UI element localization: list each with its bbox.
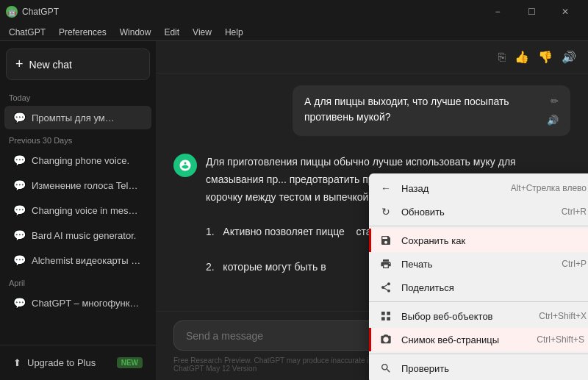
titlebar-title: ChatGPT bbox=[22, 7, 59, 17]
inspect-icon bbox=[379, 362, 392, 375]
chat-icon: 💬 bbox=[13, 254, 26, 266]
sidebar-item-prev-1[interactable]: 💬 Changing phone voice. bbox=[4, 148, 151, 172]
sidebar-item-text: Alchemist видеокарты Arc 3. bbox=[32, 255, 143, 266]
ctx-shortcut-back: Alt+Стрелка влево bbox=[511, 183, 587, 193]
ctx-shortcut-refresh: Ctrl+R bbox=[562, 207, 587, 217]
ctx-shortcut-screenshot: Ctrl+Shift+S bbox=[537, 334, 584, 345]
sidebar-item-prev-3[interactable]: 💬 Changing voice in messaging bbox=[4, 198, 151, 222]
sidebar-item-text: ChatGPT – многофункциона... bbox=[32, 298, 143, 309]
minimize-button[interactable]: − bbox=[481, 0, 514, 24]
context-menu-item-inspect[interactable]: Проверить bbox=[369, 356, 588, 380]
ctx-shortcut-print: Ctrl+P bbox=[562, 259, 587, 269]
sidebar-item-text: Changing phone voice. bbox=[32, 155, 143, 166]
edit-icon[interactable]: ✏ bbox=[123, 112, 131, 123]
svg-rect-3 bbox=[387, 317, 390, 320]
ctx-label-share: Поделиться bbox=[401, 282, 454, 293]
delete-icon[interactable]: 🗑 bbox=[134, 112, 143, 123]
ctx-label-inspect: Проверить bbox=[401, 363, 449, 374]
ctx-divider-3 bbox=[369, 354, 588, 354]
chat-icon: 💬 bbox=[13, 179, 26, 191]
ctx-divider-2 bbox=[369, 301, 588, 302]
context-menu-overlay[interactable]: ← Назад Alt+Стрелка влево ↻ Обновить Ctr… bbox=[156, 41, 588, 380]
ctx-label-screenshot: Снимок веб-страницы bbox=[401, 334, 499, 345]
ctx-label-back: Назад bbox=[401, 183, 429, 194]
new-badge: NEW bbox=[117, 357, 143, 368]
upgrade-label: Upgrade to Plus bbox=[27, 357, 96, 368]
sidebar-item-text: Changing voice in messaging bbox=[32, 205, 143, 216]
ctx-label-refresh: Обновить bbox=[401, 207, 445, 218]
print-icon bbox=[379, 257, 392, 270]
sidebar: + New chat Today 💬 Промпты для умных б ✏… bbox=[0, 41, 156, 380]
chat-icon: 💬 bbox=[13, 112, 26, 123]
new-chat-button[interactable]: + New chat bbox=[6, 49, 150, 80]
chat-icon: 💬 bbox=[13, 154, 26, 166]
menu-edit[interactable]: Edit bbox=[158, 26, 185, 39]
today-section-label: Today bbox=[0, 87, 156, 105]
context-menu-item-back[interactable]: ← Назад Alt+Стрелка влево bbox=[369, 176, 588, 200]
context-menu-item-save-as[interactable]: Сохранить как bbox=[369, 229, 588, 252]
menubar: ChatGPT Preferences Window Edit View Hel… bbox=[0, 24, 588, 41]
ctx-label-web-objects: Выбор веб-объектов bbox=[401, 311, 493, 322]
new-chat-label: New chat bbox=[29, 59, 72, 71]
april-section-label: April bbox=[0, 273, 156, 290]
titlebar: 🤖 ChatGPT − ☐ ✕ bbox=[0, 0, 588, 24]
share-icon bbox=[379, 281, 392, 294]
main-layout: + New chat Today 💬 Промпты для умных б ✏… bbox=[0, 41, 588, 380]
titlebar-left: 🤖 ChatGPT bbox=[6, 6, 59, 18]
sidebar-item-today-1[interactable]: 💬 Промпты для умных б ✏ 🗑 bbox=[4, 106, 151, 129]
chat-icon: 💬 bbox=[13, 204, 26, 216]
svg-rect-0 bbox=[381, 312, 385, 315]
maximize-button[interactable]: ☐ bbox=[514, 0, 548, 24]
ctx-divider-1 bbox=[369, 226, 588, 226]
sidebar-item-text: Bard AI music generator. bbox=[32, 230, 143, 241]
context-menu: ← Назад Alt+Стрелка влево ↻ Обновить Ctr… bbox=[369, 173, 588, 380]
context-menu-item-print[interactable]: Печать Ctrl+P bbox=[369, 252, 588, 276]
window-controls: − ☐ ✕ bbox=[481, 0, 582, 24]
ctx-label-print: Печать bbox=[401, 259, 433, 270]
upgrade-icon: ⬆ bbox=[13, 357, 21, 368]
app-icon: 🤖 bbox=[6, 6, 18, 18]
ctx-shortcut-web-objects: Ctrl+Shift+X bbox=[539, 311, 587, 321]
content-area: ⎘ 👍 👎 🔊 А для пиццы выходит, что лучше п… bbox=[156, 41, 588, 380]
sidebar-item-april-1[interactable]: 💬 ChatGPT – многофункциона... bbox=[4, 291, 151, 315]
context-menu-item-screenshot[interactable]: Снимок веб-страницы Ctrl+Shift+S bbox=[369, 328, 588, 351]
chat-icon: 💬 bbox=[13, 297, 26, 309]
close-button[interactable]: ✕ bbox=[548, 0, 582, 24]
screenshot-icon bbox=[379, 333, 392, 346]
svg-rect-2 bbox=[381, 317, 385, 320]
sidebar-bottom: ⬆ Upgrade to Plus NEW bbox=[0, 345, 156, 380]
menu-view[interactable]: View bbox=[187, 26, 218, 39]
plus-icon: + bbox=[15, 57, 24, 72]
web-objects-icon bbox=[379, 309, 392, 323]
menu-preferences[interactable]: Preferences bbox=[53, 26, 112, 39]
save-icon bbox=[379, 234, 392, 247]
chat-icon: 💬 bbox=[13, 229, 26, 241]
refresh-icon: ↻ bbox=[379, 205, 392, 218]
sidebar-item-prev-4[interactable]: 💬 Bard AI music generator. bbox=[4, 223, 151, 247]
ctx-label-save-as: Сохранить как bbox=[401, 235, 465, 246]
context-menu-item-share[interactable]: Поделиться bbox=[369, 276, 588, 299]
sidebar-item-text: Промпты для умных б bbox=[32, 112, 118, 123]
back-icon: ← bbox=[379, 182, 392, 195]
context-menu-item-refresh[interactable]: ↻ Обновить Ctrl+R bbox=[369, 200, 588, 223]
sidebar-item-prev-5[interactable]: 💬 Alchemist видеокарты Arc 3. bbox=[4, 248, 151, 272]
sidebar-item-text: Изменение голоса Telegram. bbox=[32, 180, 143, 191]
menu-chatgpt[interactable]: ChatGPT bbox=[3, 26, 51, 39]
menu-window[interactable]: Window bbox=[114, 26, 157, 39]
sidebar-item-prev-2[interactable]: 💬 Изменение голоса Telegram. bbox=[4, 173, 151, 197]
context-menu-item-web-objects[interactable]: Выбор веб-объектов Ctrl+Shift+X bbox=[369, 304, 588, 328]
upgrade-button[interactable]: ⬆ Upgrade to Plus NEW bbox=[6, 351, 150, 374]
svg-rect-1 bbox=[387, 312, 390, 315]
prev30-section-label: Previous 30 Days bbox=[0, 130, 156, 148]
menu-help[interactable]: Help bbox=[219, 26, 249, 39]
